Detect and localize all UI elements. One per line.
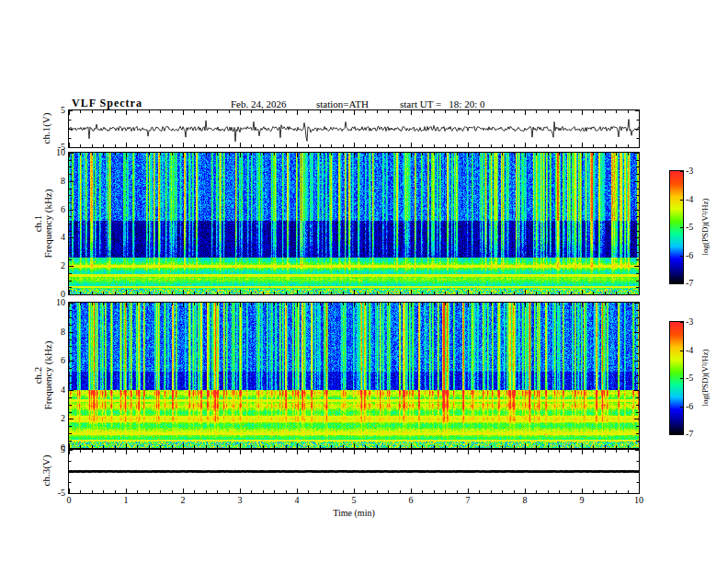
colorbar-tick-label: -7 — [686, 279, 702, 288]
y-tick-label: 2 — [45, 261, 65, 270]
y-tick-label: 5 — [45, 106, 65, 115]
colorbar-tick-label: -7 — [686, 430, 702, 439]
colorbar-tick-label: -4 — [686, 195, 702, 204]
figure-title: VLF Spectra — [72, 97, 142, 110]
x-tick-label: 9 — [573, 496, 591, 505]
y-tick-label: 2 — [45, 414, 65, 423]
x-tick-label: 8 — [516, 496, 534, 505]
colorbar-tick-label: -5 — [686, 223, 702, 232]
y-tick-label: 4 — [45, 385, 65, 395]
x-tick-label: 3 — [231, 496, 249, 505]
y-tick-label: -5 — [45, 143, 65, 152]
x-tick-label: 2 — [174, 496, 192, 505]
ch2-frequency-axis-label: ch.2 Frequency (kHz) — [33, 304, 53, 446]
ch1-frequency-axis-label: ch.1 Frequency (kHz) — [33, 153, 53, 294]
ch2-spectrogram-plot — [68, 302, 640, 449]
vlf-spectra-figure: VLF Spectra Feb. 24, 2026 station=ATH st… — [0, 0, 728, 563]
ch2-axis-label-line2: Frequency (kHz) — [43, 304, 53, 446]
ch3-waveform-plot — [68, 449, 640, 494]
y-tick-label: 4 — [45, 233, 65, 242]
y-tick-label: 6 — [45, 356, 65, 365]
ch1-axis-label-line2: Frequency (kHz) — [43, 153, 53, 294]
colorbar-tick-label: -3 — [686, 317, 702, 327]
x-axis-label: Time (min) — [69, 508, 639, 518]
colorbar-tick-label: -4 — [686, 346, 702, 355]
colorbar-tick-label: -6 — [686, 251, 702, 260]
header-date: Feb. 24, 2026 — [231, 98, 287, 109]
y-tick-label: 6 — [45, 205, 65, 214]
colorbar-tick-label: -6 — [686, 402, 702, 411]
ch1-waveform-plot — [68, 109, 640, 148]
colorbar-ch2 — [669, 321, 684, 435]
y-tick-label: 10 — [45, 298, 65, 307]
y-tick-label: 8 — [45, 327, 65, 337]
x-tick-label: 4 — [288, 496, 306, 505]
colorbar-tick-label: -3 — [686, 167, 702, 176]
header-start-ut: start UT = 18: 20: 0 — [400, 98, 484, 109]
x-tick-label: 5 — [345, 496, 363, 505]
x-tick-label: 7 — [459, 496, 477, 505]
ch1-spectrogram-plot — [68, 152, 640, 295]
header-station: station=ATH — [316, 98, 369, 109]
y-tick-label: 8 — [45, 177, 65, 186]
y-tick-label: 5 — [45, 445, 65, 454]
colorbar-ch1 — [669, 170, 684, 284]
y-tick-label: -5 — [45, 488, 65, 498]
colorbar-tick-label: -5 — [686, 373, 702, 383]
x-tick-label: 10 — [630, 496, 648, 505]
x-tick-label: 1 — [117, 496, 135, 505]
x-tick-label: 6 — [402, 496, 420, 505]
